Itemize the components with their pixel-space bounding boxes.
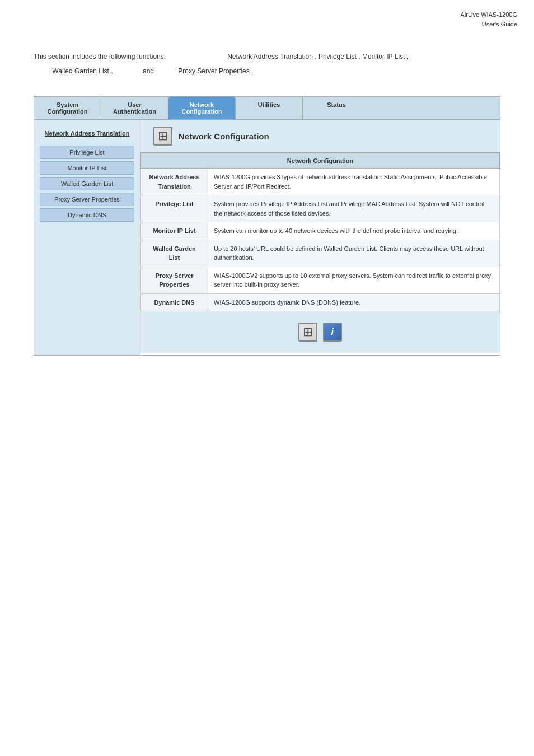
row-desc-5: WIAS-1200G supports dynamic DNS (DDNS) f… xyxy=(208,293,500,311)
sidebar-title: Network Address Translation xyxy=(34,125,140,143)
product-subtitle: User's Guide xyxy=(0,20,517,29)
table-row: Monitor IP List System can monitor up to… xyxy=(141,222,500,240)
sidebar-item-monitor-ip-list[interactable]: Monitor IP List xyxy=(40,161,134,175)
main-content: Network Configuration Network Configurat… xyxy=(140,120,500,355)
grid-icon xyxy=(153,127,172,146)
table-row: Network AddressTranslation WIAS-1200G pr… xyxy=(141,169,500,195)
tab-status[interactable]: Status xyxy=(303,97,370,119)
table-row: Walled Garden List Up to 20 hosts' URL c… xyxy=(141,240,500,267)
nav-tabs: SystemConfiguration UserAuthentication N… xyxy=(34,97,500,120)
sidebar-item-proxy-server[interactable]: Proxy Server Properties xyxy=(40,193,134,206)
tab-system-configuration[interactable]: SystemConfiguration xyxy=(34,97,101,119)
table-row: Privilege List System provides Privilege… xyxy=(141,195,500,222)
table-row: Proxy ServerProperties WIAS-1000GV2 supp… xyxy=(141,267,500,293)
intro-line2: Walled Garden List , and Proxy Server Pr… xyxy=(34,66,500,78)
table-row: Dynamic DNS WIAS-1200G supports dynamic … xyxy=(141,293,500,311)
tab-utilities[interactable]: Utilities xyxy=(236,97,303,119)
tab-network-configuration[interactable]: NetworkConfiguration xyxy=(168,97,236,119)
row-title-0: Network AddressTranslation xyxy=(141,169,208,195)
content-header: Network Configuration xyxy=(140,120,500,153)
bottom-icons xyxy=(140,311,500,353)
row-desc-3: Up to 20 hosts' URL could be defined in … xyxy=(208,240,500,267)
row-desc-1: System provides Privilege IP Address Lis… xyxy=(208,195,500,222)
content-area: Network Address Translation Privilege Li… xyxy=(34,120,500,355)
tab-user-authentication[interactable]: UserAuthentication xyxy=(101,97,168,119)
table-header: Network Configuration xyxy=(141,153,500,169)
sidebar: Network Address Translation Privilege Li… xyxy=(34,120,140,355)
sidebar-item-walled-garden-list[interactable]: Walled Garden List xyxy=(40,177,134,190)
row-title-1: Privilege List xyxy=(141,195,208,222)
intro-section: This section includes the following func… xyxy=(0,34,534,91)
bottom-grid-icon xyxy=(298,323,317,342)
content-table: Network Configuration Network AddressTra… xyxy=(140,153,500,311)
sidebar-item-privilege-list[interactable]: Privilege List xyxy=(40,146,134,159)
bottom-info-icon xyxy=(323,323,342,342)
row-desc-4: WIAS-1000GV2 supports up to 10 external … xyxy=(208,267,500,293)
content-panel-title: Network Configuration xyxy=(179,132,269,141)
product-name: AirLive WIAS-1200G xyxy=(0,10,517,20)
row-title-5: Dynamic DNS xyxy=(141,293,208,311)
main-container: SystemConfiguration UserAuthentication N… xyxy=(34,96,500,356)
row-desc-0: WIAS-1200G provides 3 types of network a… xyxy=(208,169,500,195)
row-title-3: Walled Garden List xyxy=(141,240,208,267)
row-title-2: Monitor IP List xyxy=(141,222,208,240)
row-desc-2: System can monitor up to 40 network devi… xyxy=(208,222,500,240)
sidebar-item-dynamic-dns[interactable]: Dynamic DNS xyxy=(40,208,134,222)
intro-line1: This section includes the following func… xyxy=(34,51,500,63)
page-header: AirLive WIAS-1200G User's Guide xyxy=(0,0,534,34)
row-title-4: Proxy ServerProperties xyxy=(141,267,208,293)
